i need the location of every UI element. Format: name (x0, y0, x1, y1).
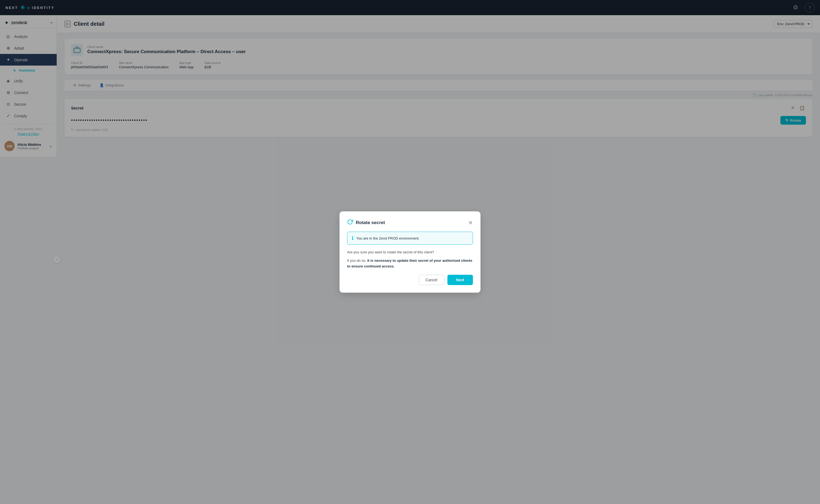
modal-actions: Cancel Next (347, 275, 473, 285)
next-button[interactable]: Next (448, 275, 473, 285)
modal-body: Are you sure you want to rotate the secr… (347, 250, 473, 269)
modal-title-text: Rotate secret (356, 220, 385, 225)
modal-overlay[interactable]: Rotate secret ✕ ℹ You are in the Zend PR… (0, 0, 820, 504)
warning-prefix: If you do so, (347, 259, 367, 263)
modal-warning: If you do so, it is necessary to update … (347, 258, 473, 269)
modal-close-button[interactable]: ✕ (468, 220, 473, 225)
info-banner: ℹ You are in the Zend PROD environment. (347, 232, 473, 245)
info-banner-text: You are in the Zend PROD environment. (356, 236, 420, 240)
rotate-secret-modal: Rotate secret ✕ ℹ You are in the Zend PR… (339, 211, 481, 292)
modal-title-block: Rotate secret (347, 219, 385, 226)
modal-header: Rotate secret ✕ (347, 219, 473, 226)
modal-rotate-icon (347, 219, 353, 226)
modal-confirm-question: Are you sure you want to rotate the secr… (347, 250, 473, 255)
info-icon: ℹ (352, 235, 353, 241)
cancel-button[interactable]: Cancel (419, 275, 444, 285)
